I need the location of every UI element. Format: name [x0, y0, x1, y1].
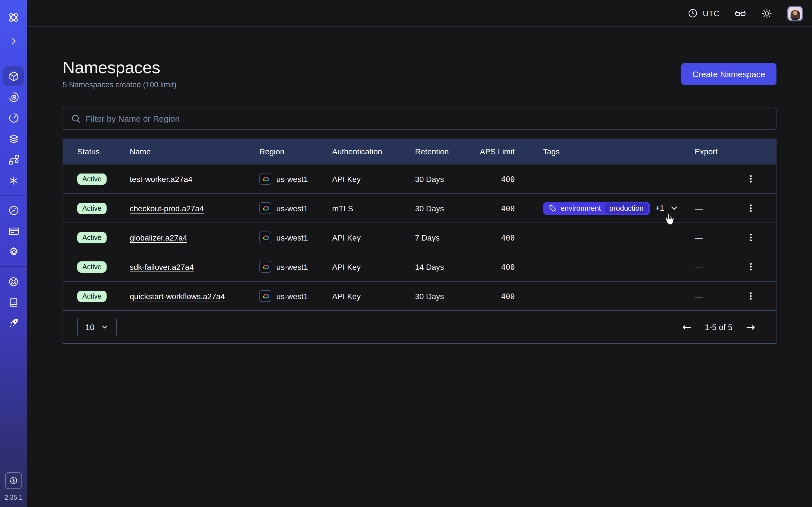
kebab-icon — [746, 291, 756, 301]
auth-cell: API Key — [332, 174, 415, 183]
gcp-cloud-icon — [259, 290, 271, 302]
sidebar-item-nexus[interactable] — [3, 170, 24, 190]
table-header: Status Name Region Authentication Retent… — [63, 139, 776, 164]
col-authentication: Authentication — [332, 147, 415, 156]
namespace-link[interactable]: checkout-prod.a27a4 — [130, 204, 204, 213]
export-cell: — — [695, 291, 742, 300]
status-cell: Active — [77, 203, 130, 214]
sidebar-item-spiral[interactable] — [3, 87, 24, 107]
sidebar-item-layers[interactable] — [3, 128, 24, 149]
namespace-link[interactable]: globalizer.a27a4 — [130, 233, 187, 242]
region-cell: us-west1 — [259, 231, 332, 243]
status-cell: Active — [77, 261, 130, 272]
credits-button[interactable]: $ — [5, 472, 22, 489]
page-size-value: 10 — [86, 323, 94, 332]
kebab-icon — [746, 174, 756, 184]
sidebar-item-getting-started[interactable] — [3, 313, 24, 334]
row-menu-button[interactable] — [746, 174, 756, 184]
status-cell: Active — [77, 290, 130, 302]
row-menu-button[interactable] — [746, 262, 756, 272]
tags-cell: environment production +1 — [543, 202, 695, 215]
prev-page-button[interactable]: ← — [682, 322, 691, 332]
sidebar-item-namespaces[interactable] — [3, 66, 24, 86]
screen: $ 2.35.1 UTC — [0, 0, 812, 507]
kebab-icon — [746, 203, 756, 213]
namespace-link[interactable]: sdk-failover.a27a4 — [130, 262, 194, 271]
search-input[interactable] — [63, 108, 776, 129]
app-version: 2.35.1 — [4, 494, 22, 501]
actions-cell — [742, 233, 776, 242]
sidebar-divider — [0, 195, 27, 195]
next-page-button[interactable]: → — [746, 322, 755, 332]
table-row: Active test-worker.a27a4 us-west1 API Ke… — [63, 164, 776, 193]
sun-icon — [761, 8, 772, 19]
layers-icon — [8, 133, 19, 145]
actions-cell — [742, 174, 776, 184]
auth-cell: API Key — [332, 262, 415, 271]
col-status: Status — [77, 147, 130, 156]
row-menu-button[interactable] — [746, 203, 756, 213]
sidebar-item-usage[interactable] — [3, 200, 24, 220]
export-cell: — — [695, 204, 742, 213]
row-menu-button[interactable] — [746, 291, 756, 301]
sidebar-item-settings[interactable] — [3, 242, 24, 262]
sidebar-item-docs[interactable] — [3, 292, 24, 313]
namespace-link[interactable]: test-worker.a27a4 — [130, 174, 193, 183]
region-cell: us-west1 — [259, 202, 332, 214]
tag-badge[interactable]: environment production — [543, 202, 651, 215]
status-cell: Active — [77, 232, 130, 243]
namespace-link[interactable]: quickstart-workflows.a27a4 — [130, 291, 225, 300]
col-aps-limit: APS Limit — [480, 147, 543, 156]
col-retention: Retention — [415, 147, 480, 156]
expand-tags-button[interactable] — [669, 203, 679, 213]
user-avatar[interactable] — [787, 5, 803, 21]
theme-toggle-button[interactable] — [761, 8, 772, 19]
region-cell: us-west1 — [259, 173, 332, 185]
region-cell: us-west1 — [259, 290, 332, 302]
sidebar-item-branch[interactable] — [3, 149, 24, 170]
region-label: us-west1 — [276, 233, 308, 242]
region-label: us-west1 — [276, 174, 308, 183]
create-namespace-button[interactable]: Create Namespace — [681, 63, 776, 85]
page-title: Namespaces — [63, 57, 176, 78]
aps-limit-cell: 400 — [480, 204, 543, 213]
temporal-logo[interactable] — [3, 7, 24, 27]
status-badge: Active — [77, 203, 107, 214]
spiral-eye-icon — [8, 91, 19, 103]
kebab-icon — [746, 233, 756, 242]
timezone-button[interactable]: UTC — [688, 8, 719, 18]
sidebar-expand-button[interactable] — [3, 31, 24, 51]
table-row: Active sdk-failover.a27a4 us-west1 API K… — [63, 252, 776, 281]
sidebar-item-timer[interactable] — [3, 108, 24, 128]
topbar: UTC — [27, 0, 812, 27]
sidebar-item-support[interactable] — [3, 272, 24, 292]
chevron-down-icon — [100, 323, 109, 331]
region-label: us-west1 — [276, 262, 308, 271]
region-cell: us-west1 — [259, 261, 332, 273]
row-menu-button[interactable] — [746, 233, 756, 242]
status-cell: Active — [77, 173, 130, 184]
labs-toggle-button[interactable] — [734, 7, 747, 19]
aps-limit-cell: 400 — [480, 174, 543, 183]
branch-icon — [8, 154, 19, 165]
sidebar-item-billing[interactable] — [3, 221, 24, 241]
name-cell: globalizer.a27a4 — [130, 233, 259, 242]
clock-icon — [688, 8, 698, 18]
retention-cell: 14 Days — [415, 262, 480, 271]
status-badge: Active — [77, 290, 107, 302]
namespaces-table: Status Name Region Authentication Retent… — [63, 138, 776, 344]
timer-icon — [8, 112, 19, 124]
auth-cell: API Key — [332, 233, 415, 242]
more-tags-label: +1 — [656, 204, 664, 212]
page-size-select[interactable]: 10 — [77, 318, 117, 336]
retention-cell: 30 Days — [415, 204, 480, 213]
svg-text:$: $ — [12, 478, 15, 483]
search-box — [63, 108, 776, 129]
aps-limit-cell: 400 — [480, 262, 543, 271]
col-name: Name — [130, 147, 259, 156]
region-label: us-west1 — [276, 204, 308, 213]
tag-key: environment — [560, 204, 601, 212]
region-label: us-west1 — [276, 291, 308, 300]
col-export: Export — [695, 147, 742, 156]
sidebar: $ 2.35.1 — [0, 0, 27, 507]
